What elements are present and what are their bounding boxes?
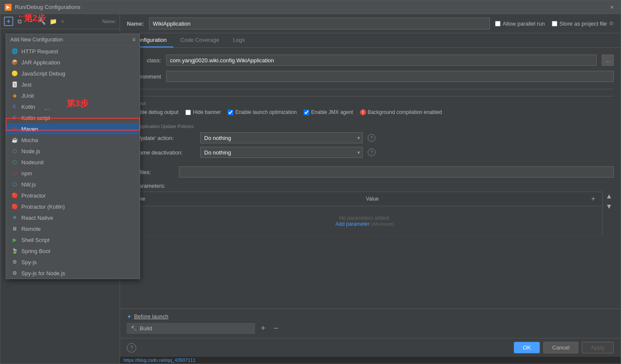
params-value-col: Value <box>362 192 584 206</box>
before-launch-header[interactable]: ▼ Before launch <box>127 313 614 320</box>
dropdown-item-jar[interactable]: 📦 JAR Application <box>6 57 140 68</box>
run-debug-dialog: ▶ Run/Debug Configurations × + ⧉ − 🔧 📁 »… <box>0 0 621 364</box>
add-param-link[interactable]: Add parameter <box>336 221 369 227</box>
before-launch-section: ▼ Before launch 🔨 Build + − <box>120 309 621 338</box>
url-text: https://blog.csdn.net/qq_43907111 <box>123 358 196 363</box>
params-name-col: Name <box>127 192 362 206</box>
build-item: 🔨 Build <box>127 323 255 334</box>
update-action-select[interactable]: Do nothing Hot swap classes Update class… <box>200 132 363 143</box>
before-launch-row: 🔨 Build + − <box>127 323 614 334</box>
dropdown-item-react-native[interactable]: ⚛ React Native <box>6 212 140 223</box>
dropdown-item-remote[interactable]: 🖥 Remote <box>6 223 140 234</box>
dropdown-item-mocha[interactable]: ☕ Mocha <box>6 134 140 146</box>
jmx-label: Enable JMX agent <box>311 109 353 115</box>
scroll-down-btn[interactable]: ▼ <box>604 202 614 211</box>
hide-banner-checkbox[interactable] <box>185 110 191 115</box>
dropdown-item-spy-js[interactable]: ⚙ Spy-js <box>6 256 140 268</box>
update-help-icon[interactable]: ? <box>368 134 375 142</box>
dropdown-item-jest[interactable]: 🃏 Jest <box>6 79 140 90</box>
add-config-dropdown: Add New Configuration ≡ 🌐 HTTP Request 📦… <box>6 34 140 279</box>
dropdown-item-protractor[interactable]: 🔴 Protractor <box>6 190 140 201</box>
shell-icon: ▶ <box>11 236 18 243</box>
jmx-checkbox-group[interactable]: Enable JMX agent <box>304 109 353 115</box>
tab-logs[interactable]: Logs <box>226 33 252 47</box>
right-panel: Name: Allow parallel run Store as projec… <box>120 14 621 364</box>
dropdown-item-maven[interactable]: m Maven <box>6 123 140 134</box>
dropdown-item-http[interactable]: 🌐 HTTP Request <box>6 46 140 57</box>
remove-before-launch-btn[interactable]: − <box>271 324 281 333</box>
dropdown-item-kotlin-script[interactable]: K Kotlin script <box>6 112 140 123</box>
npm-icon: ⬡ <box>11 170 18 177</box>
more-options[interactable]: » <box>61 18 64 24</box>
debug-output-label: nable debug output <box>135 109 179 115</box>
launch-opt-checkbox[interactable] <box>228 110 233 115</box>
tab-code-coverage[interactable]: Code Coverage <box>173 33 226 47</box>
dropdown-item-nodeunit[interactable]: ⬡ Nodeunit <box>6 157 140 168</box>
jar-icon: 📦 <box>11 59 18 66</box>
protractor-icon: 🔴 <box>11 192 18 199</box>
apply-button[interactable]: Apply <box>582 342 614 353</box>
store-project-checkbox[interactable] <box>552 21 557 26</box>
config-name-input[interactable] <box>149 17 490 29</box>
jmx-checkbox[interactable] <box>304 110 309 115</box>
cancel-button[interactable]: Cancel <box>543 342 578 353</box>
react-native-icon: ⚛ <box>11 214 18 221</box>
deactivation-help-icon[interactable]: ? <box>368 149 375 156</box>
params-table-area: Name Value + <box>127 192 614 236</box>
spring-boot-section: ring Boot nable debug output Hide banner <box>127 96 614 115</box>
dropdown-item-protractor-kotlin[interactable]: 🔴 Protractor (Kotlin) <box>6 201 140 212</box>
params-section: ide parameters: Name Value + <box>127 183 614 302</box>
mocha-icon: ☕ <box>11 137 18 143</box>
folder-button[interactable]: 📁 <box>48 17 58 26</box>
spring-boot-label: ring Boot <box>127 101 614 106</box>
deactivation-select[interactable]: Do nothing Hot swap classes Update class… <box>200 147 363 158</box>
params-scroll-controls: ▲ ▼ <box>604 192 614 236</box>
add-config-button[interactable]: + <box>4 17 13 26</box>
add-before-launch-btn[interactable]: + <box>258 324 268 333</box>
dropdown-item-spring-boot[interactable]: 🍃 Spring Boot <box>6 245 140 256</box>
config-header-row: Name: Allow parallel run Store as projec… <box>120 14 621 33</box>
remove-config-button[interactable]: − <box>26 17 35 26</box>
environment-field-row: vironment <box>127 71 614 82</box>
dropdown-item-npm[interactable]: ⬡ npm <box>6 168 140 179</box>
launch-opt-label: Enable launch optimization <box>235 109 296 115</box>
dropdown-item-jsdebug[interactable]: 🟡 JavaScript Debug <box>6 68 140 79</box>
nwjs-icon: ⬡ <box>11 181 18 188</box>
copy-config-button[interactable]: ⧉ <box>15 17 24 26</box>
allow-parallel-checkbox-group[interactable]: Allow parallel run <box>495 20 545 27</box>
class-browse-button[interactable]: ... <box>602 55 614 66</box>
allow-parallel-checkbox[interactable] <box>495 21 501 26</box>
ok-button[interactable]: OK <box>514 342 540 353</box>
environment-input[interactable] <box>166 71 614 82</box>
profiles-input[interactable] <box>179 166 614 178</box>
dropdown-item-junit[interactable]: ◆ JUnit <box>6 90 140 101</box>
error-icon: ! <box>360 109 366 115</box>
dropdown-item-kotlin[interactable]: K Kotlin <box>6 101 140 112</box>
main-area: + ⧉ − 🔧 📁 » Name: Add New Configuration … <box>0 14 621 364</box>
dropdown-item-spy-js-nodejs[interactable]: ⚙ Spy-js for Node.js <box>6 268 140 279</box>
close-button[interactable]: × <box>608 3 616 12</box>
class-input[interactable] <box>166 55 597 66</box>
wrench-button[interactable]: 🔧 <box>37 17 47 26</box>
hide-banner-label: Hide banner <box>193 109 221 115</box>
name-label-sidebar: Name: <box>103 19 116 24</box>
add-param-btn-header[interactable]: + <box>589 194 598 204</box>
dropdown-item-nodejs[interactable]: ⬡ Node.js <box>6 146 140 157</box>
app-icon: ▶ <box>5 4 12 11</box>
jest-icon: 🃏 <box>11 81 18 88</box>
store-project-checkbox-group[interactable]: Store as project file ⚙ <box>552 20 614 27</box>
hide-banner-checkbox-group[interactable]: Hide banner <box>185 109 221 115</box>
dropdown-item-nwjs[interactable]: ⬡ NW.js <box>6 179 140 190</box>
dropdown-item-shell[interactable]: ▶ Shell Script <box>6 234 140 245</box>
launch-opt-checkbox-group[interactable]: Enable launch optimization <box>228 109 296 115</box>
policies-label: ning Application Update Policies <box>127 124 614 129</box>
kotlin-icon: K <box>11 103 18 110</box>
scroll-up-btn[interactable]: ▲ <box>604 192 614 201</box>
config-content: class: ... vironment ring Boot <box>120 48 621 309</box>
help-button[interactable]: ? <box>127 343 136 352</box>
jsdebug-icon: 🟡 <box>11 70 18 77</box>
action-buttons: OK Cancel Apply <box>514 342 614 353</box>
params-header: ide parameters: <box>127 183 614 189</box>
deactivation-select-wrapper: Do nothing Hot swap classes Update class… <box>200 147 363 158</box>
header-right: Allow parallel run Store as project file… <box>495 20 614 27</box>
